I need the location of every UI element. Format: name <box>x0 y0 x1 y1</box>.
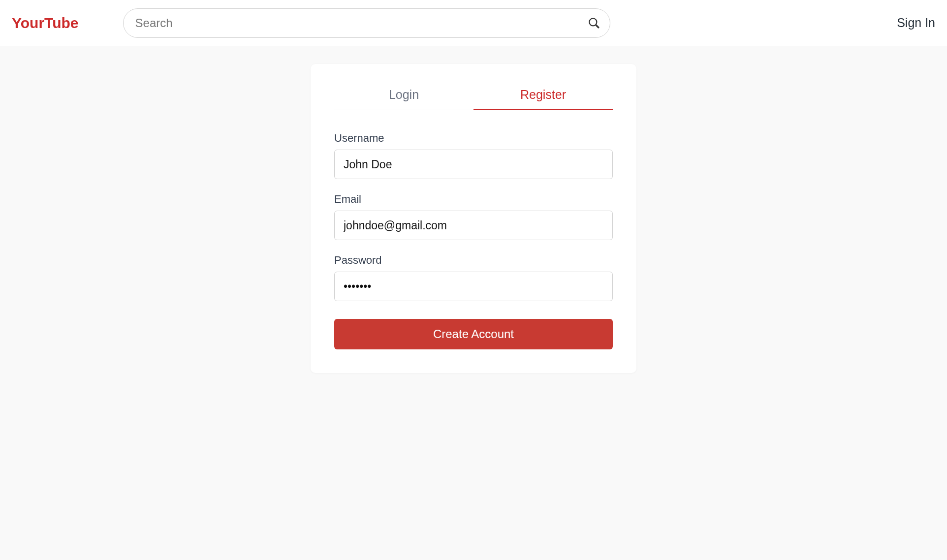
email-input[interactable] <box>334 211 613 240</box>
password-label: Password <box>334 254 613 267</box>
username-field-group: Username <box>334 132 613 179</box>
header: YourTube Sign In <box>0 0 947 46</box>
main-area: Login Register Username Email Password C… <box>0 46 947 373</box>
username-input[interactable] <box>334 150 613 179</box>
sign-in-link[interactable]: Sign In <box>897 16 935 30</box>
create-account-button[interactable]: Create Account <box>334 319 613 349</box>
auth-tabs: Login Register <box>334 88 613 110</box>
svg-line-1 <box>596 25 599 28</box>
logo[interactable]: YourTube <box>12 15 79 31</box>
email-field-group: Email <box>334 193 613 240</box>
tab-login[interactable]: Login <box>334 88 474 110</box>
username-label: Username <box>334 132 613 145</box>
search-container <box>123 8 610 38</box>
search-icon[interactable] <box>588 17 600 30</box>
search-input[interactable] <box>123 8 610 38</box>
email-label: Email <box>334 193 613 206</box>
auth-card: Login Register Username Email Password C… <box>311 64 636 373</box>
password-input[interactable] <box>334 272 613 301</box>
svg-point-0 <box>589 18 597 26</box>
password-field-group: Password <box>334 254 613 301</box>
tab-register[interactable]: Register <box>474 88 613 110</box>
